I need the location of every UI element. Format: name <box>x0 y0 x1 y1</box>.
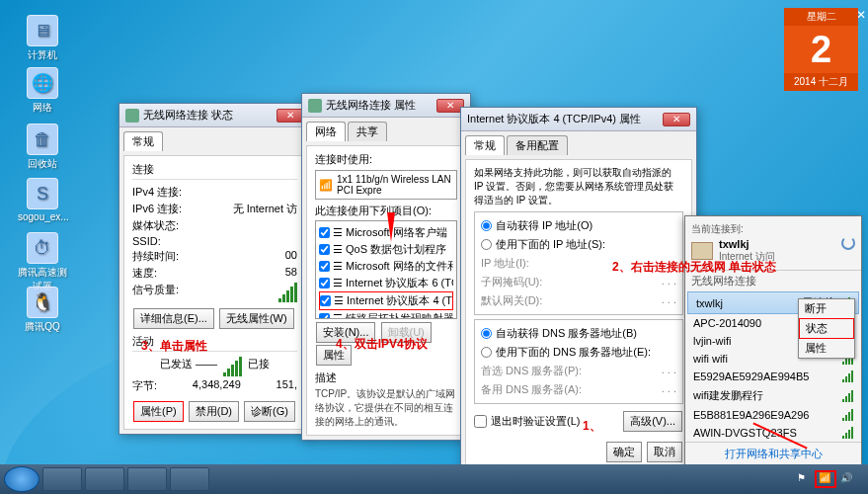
network-icon <box>308 99 322 113</box>
uses-items-label: 此连接使用下列项目(O): <box>315 204 457 218</box>
window-title: Internet 协议版本 4 (TCP/IPv4) 属性 <box>467 112 641 126</box>
details-button[interactable]: 详细信息(E)... <box>133 308 214 329</box>
ipv6-label: IPv6 连接: <box>132 202 182 216</box>
tab-sharing[interactable]: 共享 <box>348 122 387 141</box>
bytes-label: 字节: <box>132 378 157 393</box>
app-icon: ⏱ <box>27 232 58 264</box>
window-wlan-properties: 无线网络连接 属性✕ 网络 共享 连接时使用: 📶 1x1 11b/g/n Wi… <box>301 93 471 441</box>
network-item[interactable]: E5B881E9A296E9A296 <box>685 406 861 424</box>
advanced-button[interactable]: 高级(V)... <box>623 411 682 432</box>
desktop-icon-computer[interactable]: 🖥计算机 <box>18 15 67 62</box>
taskbar-button[interactable] <box>42 467 82 491</box>
duration-label: 持续时间: <box>132 249 179 264</box>
computer-icon: 🖥 <box>27 15 58 46</box>
wlan-properties-button[interactable]: 无线属性(W) <box>219 308 294 329</box>
network-icon: 🌐 <box>27 67 58 99</box>
radio-manual-dns[interactable] <box>481 347 492 358</box>
bytes-sent: 4,348,249 <box>193 378 241 393</box>
list-item: ☰Microsoft 网络的文件和打印机共享 <box>319 258 453 275</box>
system-tray: ⚑ 📶 🔊 <box>797 470 864 488</box>
close-button[interactable]: ✕ <box>663 113 690 126</box>
signal-quality-label: 信号质量: <box>132 283 179 302</box>
tab-general[interactable]: 常规 <box>465 135 505 155</box>
wifi-flyout: 当前连接到: txwlkj Internet 访问 无线网络连接 txwlkj … <box>684 215 862 466</box>
desktop-icon-network[interactable]: 🌐网络 <box>18 67 67 115</box>
ctx-properties[interactable]: 属性 <box>799 339 854 358</box>
radio-manual-ip[interactable] <box>481 239 492 250</box>
tray-flag-icon[interactable]: ⚑ <box>797 472 811 486</box>
sent-label: 已发送 —— <box>160 357 217 376</box>
recv-label: 已接 <box>248 357 270 376</box>
radio-auto-ip[interactable] <box>481 220 492 231</box>
signal-bars-icon <box>278 283 297 302</box>
calendar-gadget: 星期二 2 2014 十二月 <box>784 8 858 91</box>
window-tcpip-properties: Internet 协议版本 4 (TCP/IPv4) 属性✕ 常规 备用配置 如… <box>460 107 697 475</box>
signal-icon <box>842 370 853 382</box>
section-connection: 连接 <box>132 162 297 177</box>
open-network-center-link[interactable]: 打开网络和共享中心 <box>685 442 861 465</box>
bytes-recv: 151, <box>276 378 297 393</box>
current-network-name: txwlkj <box>719 238 775 250</box>
calendar-day: 2 <box>784 26 858 73</box>
intro-text: 如果网络支持此功能，则可以获取自动指派的 IP 设置。否则，您需要从网络系统管理… <box>474 166 683 207</box>
validate-checkbox[interactable] <box>474 415 487 428</box>
adapter-icon: 📶 <box>319 179 333 192</box>
items-listbox[interactable]: ☰Microsoft 网络客户端 ☰QoS 数据包计划程序 ☰Microsoft… <box>315 220 457 319</box>
diagnose-button[interactable]: 诊断(G) <box>244 401 295 422</box>
tab-alternate[interactable]: 备用配置 <box>507 135 568 155</box>
close-button[interactable]: ✕ <box>276 109 304 123</box>
taskbar-button[interactable] <box>85 467 124 491</box>
connect-using-label: 连接时使用: <box>315 152 457 167</box>
mask-label: 子网掩码(U): <box>481 275 542 289</box>
ipv4-label: IPv4 连接: <box>132 185 182 200</box>
tray-network-icon[interactable]: 📶 <box>819 472 832 486</box>
install-button[interactable]: 安装(N)... <box>316 322 375 343</box>
start-button[interactable] <box>4 466 39 492</box>
desktop-icon-sogou[interactable]: Ssogou_ex... <box>18 178 67 222</box>
refresh-icon[interactable] <box>841 236 855 250</box>
taskbar-button[interactable] <box>127 467 167 491</box>
section-activity: 活动 <box>132 334 297 349</box>
item-checkbox[interactable] <box>319 227 330 238</box>
current-network-sub: Internet 访问 <box>719 250 775 264</box>
network-item[interactable]: wifi建发鹏程行 <box>685 385 861 406</box>
tab-network[interactable]: 网络 <box>306 122 346 141</box>
network-item[interactable]: AWIN-DVGSTQ23FS <box>685 424 861 442</box>
cancel-button[interactable]: 取消 <box>647 442 682 462</box>
tray-volume-icon[interactable]: 🔊 <box>840 472 854 486</box>
signal-icon <box>842 409 853 421</box>
signal-icon <box>125 109 139 123</box>
ctx-status[interactable]: 状态 <box>799 318 854 339</box>
ctx-disconnect[interactable]: 断开 <box>799 299 854 318</box>
window-title: 无线网络连接 状态 <box>143 108 233 123</box>
uninstall-button: 卸载(U) <box>381 322 432 343</box>
taskbar-button[interactable] <box>170 467 209 491</box>
item-checkbox[interactable] <box>319 278 330 288</box>
item-checkbox[interactable] <box>319 313 330 319</box>
ok-button[interactable]: 确定 <box>606 442 642 462</box>
network-category-icon <box>691 242 713 260</box>
properties-button[interactable]: 属性(P) <box>133 401 184 422</box>
radio-auto-dns[interactable] <box>481 328 492 339</box>
desktop-icon-speedtest[interactable]: ⏱腾讯高速测试器 <box>18 232 67 293</box>
calendar-month: 2014 十二月 <box>784 73 858 91</box>
network-item[interactable]: E5929AE5929AE994B5 <box>685 368 861 385</box>
item-properties-button[interactable]: 属性 <box>316 345 352 366</box>
item-checkbox[interactable] <box>319 244 330 255</box>
desktop-icon-recycle[interactable]: 🗑回收站 <box>18 124 67 171</box>
item-checkbox[interactable] <box>320 295 331 306</box>
media-label: 媒体状态: <box>132 218 179 233</box>
list-item: ☰Internet 协议版本 6 (TCP/IPv6) <box>319 275 453 291</box>
ssid-label: SSID: <box>132 235 161 247</box>
desktop-icon-qq[interactable]: 🐧腾讯QQ <box>18 287 67 334</box>
window-title: 无线网络连接 属性 <box>326 98 416 113</box>
taskbar: ⚑ 📶 🔊 <box>0 464 868 494</box>
item-checkbox[interactable] <box>319 261 330 272</box>
list-item-ipv4: ☰Internet 协议版本 4 (TCP/IPv4) <box>319 291 453 310</box>
list-item: ☰Microsoft 网络客户端 <box>319 224 453 241</box>
disable-button[interactable]: 禁用(D) <box>189 401 239 422</box>
network-name: txwlkj <box>696 297 723 309</box>
tab-general[interactable]: 常规 <box>123 131 163 151</box>
list-item: ☰链路层拓扑发现映射器 I/O 驱动 <box>319 310 453 319</box>
context-menu: 断开 状态 属性 <box>798 298 855 359</box>
